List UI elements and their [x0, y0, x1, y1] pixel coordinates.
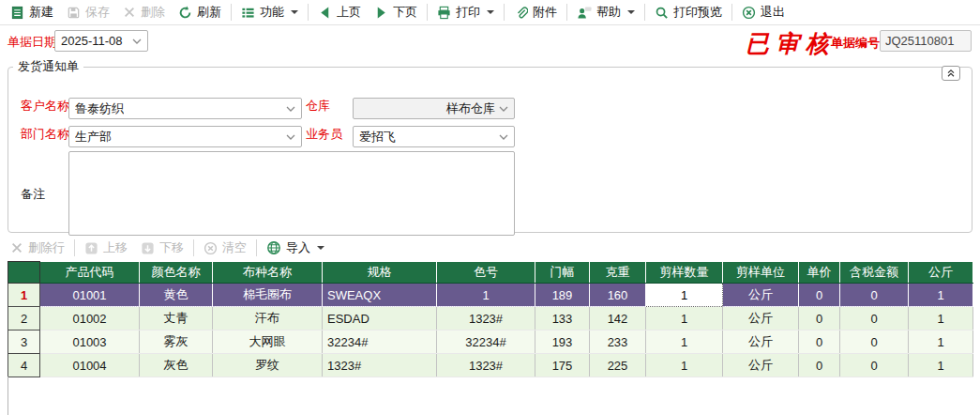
column-header[interactable]: 色号 — [437, 262, 535, 284]
next-page-button[interactable]: 下页 — [368, 2, 424, 23]
warehouse-select[interactable]: 样布仓库 — [353, 98, 515, 119]
table-cell[interactable]: 1 — [909, 284, 973, 307]
row-number-cell[interactable]: 1 — [8, 284, 40, 307]
attachment-button[interactable]: 附件 — [507, 2, 564, 23]
table-cell[interactable]: 雾灰 — [140, 330, 213, 354]
import-button[interactable]: 导入 — [260, 238, 331, 258]
column-header[interactable]: 剪样单位 — [723, 262, 799, 284]
table-cell[interactable]: 公斤 — [723, 354, 799, 377]
save-button[interactable]: 保存 — [60, 2, 116, 23]
department-select[interactable]: 生产部 — [68, 126, 302, 147]
table-cell[interactable]: 0 — [840, 284, 909, 307]
help-button[interactable]: 帮助 — [570, 2, 641, 23]
table-cell[interactable]: 0 — [799, 330, 840, 354]
table-cell[interactable]: 1 — [909, 354, 973, 377]
table-cell[interactable]: 0 — [799, 307, 840, 330]
exit-icon — [742, 6, 756, 20]
refresh-button[interactable]: 刷新 — [172, 2, 228, 23]
row-number-cell[interactable]: 3 — [8, 330, 40, 354]
table-cell[interactable]: 32234# — [437, 330, 535, 354]
table-cell[interactable]: 0 — [840, 330, 909, 354]
delete-button[interactable]: 删除 — [116, 2, 172, 23]
functions-button[interactable]: 功能 — [234, 2, 305, 23]
column-header[interactable]: 颜色名称 — [140, 262, 213, 284]
table-cell[interactable]: 142 — [590, 307, 646, 330]
remark-label: 备注 — [21, 186, 45, 203]
toolbar-separator — [644, 4, 645, 21]
table-cell[interactable]: 灰色 — [140, 354, 213, 377]
move-up-button[interactable]: 上移 — [78, 238, 134, 258]
column-header[interactable]: 门幅 — [535, 262, 590, 284]
table-cell[interactable]: 160 — [590, 284, 646, 307]
table-cell[interactable]: 1 — [646, 354, 723, 377]
table-row[interactable]: 101001黄色棉毛圈布SWEAQX11891601公斤001 — [8, 284, 973, 307]
table-cell[interactable]: 233 — [590, 330, 646, 354]
table-cell[interactable]: 大网眼 — [213, 330, 323, 354]
exit-button[interactable]: 退出 — [735, 2, 792, 23]
table-cell[interactable]: 罗纹 — [213, 354, 323, 377]
table-cell[interactable]: 黄色 — [140, 284, 213, 307]
print-button[interactable]: 打印 — [430, 2, 501, 23]
table-cell[interactable]: 公斤 — [723, 284, 799, 307]
chevron-down-icon[interactable] — [487, 10, 494, 14]
cell-editor[interactable]: 1 — [646, 284, 723, 307]
table-cell[interactable]: ESDAD — [323, 307, 437, 330]
table-cell[interactable]: 1 — [909, 330, 973, 354]
customer-select[interactable]: 鲁泰纺织 — [68, 98, 302, 119]
table-cell[interactable]: 公斤 — [723, 307, 799, 330]
row-number-cell[interactable]: 4 — [8, 354, 40, 377]
prev-page-button[interactable]: 上页 — [311, 2, 368, 23]
collapse-button[interactable] — [942, 66, 960, 81]
row-number-cell[interactable]: 2 — [8, 307, 40, 330]
column-header[interactable]: 剪样数量 — [646, 262, 723, 284]
table-cell[interactable]: 丈青 — [140, 307, 213, 330]
move-down-button[interactable]: 下移 — [134, 238, 190, 258]
functions-list-icon — [241, 6, 255, 20]
column-header[interactable]: 公斤 — [909, 262, 973, 284]
delete-row-button[interactable]: 删除行 — [4, 238, 71, 258]
corner-header[interactable] — [8, 262, 40, 284]
table-cell[interactable]: 1323# — [437, 307, 535, 330]
remark-textarea[interactable] — [68, 151, 515, 236]
table-cell[interactable]: 01003 — [40, 330, 140, 354]
column-header[interactable]: 含税金额 — [840, 262, 909, 284]
table-cell[interactable]: 175 — [535, 354, 590, 377]
salesman-select[interactable]: 爱招飞 — [353, 126, 515, 147]
table-cell[interactable]: 汗布 — [213, 307, 323, 330]
column-header[interactable]: 布种名称 — [213, 262, 323, 284]
table-cell[interactable]: 1 — [646, 307, 723, 330]
table-cell[interactable]: 1323# — [323, 354, 437, 377]
table-cell[interactable]: 0 — [840, 354, 909, 377]
table-cell[interactable]: 0 — [799, 354, 840, 377]
doc-date-select[interactable]: 2025-11-08 — [54, 30, 148, 52]
table-cell[interactable]: SWEAQX — [323, 284, 437, 307]
table-cell[interactable]: 01004 — [40, 354, 140, 377]
table-row[interactable]: 201002丈青汗布ESDAD1323#1331421公斤001 — [8, 307, 973, 330]
table-cell[interactable]: 01002 — [40, 307, 140, 330]
table-cell[interactable]: 193 — [535, 330, 590, 354]
column-header[interactable]: 规格 — [323, 262, 437, 284]
table-cell[interactable]: 133 — [535, 307, 590, 330]
table-cell[interactable]: 公斤 — [723, 330, 799, 354]
table-cell[interactable]: 225 — [590, 354, 646, 377]
table-row[interactable]: 401004灰色罗纹1323#1323#1752251公斤001 — [8, 354, 973, 377]
column-header[interactable]: 单价 — [799, 262, 840, 284]
table-cell[interactable]: 0 — [799, 284, 840, 307]
audit-status-stamp: 已审核 — [746, 28, 836, 59]
print-preview-button[interactable]: 打印预览 — [648, 2, 729, 23]
column-header[interactable]: 克重 — [590, 262, 646, 284]
table-row[interactable]: 301003雾灰大网眼32234#32234#1932331公斤001 — [8, 330, 973, 354]
table-cell[interactable]: 189 — [535, 284, 590, 307]
doc-no-field[interactable] — [880, 30, 972, 52]
column-header[interactable]: 产品代码 — [40, 262, 140, 284]
new-button[interactable]: 新建 — [4, 2, 60, 23]
table-cell[interactable]: 棉毛圈布 — [213, 284, 323, 307]
table-cell[interactable]: 1 — [909, 307, 973, 330]
table-cell[interactable]: 0 — [840, 307, 909, 330]
clear-button[interactable]: 清空 — [197, 238, 253, 258]
table-cell[interactable]: 01001 — [40, 284, 140, 307]
table-cell[interactable]: 1 — [437, 284, 535, 307]
table-cell[interactable]: 1 — [646, 330, 723, 354]
table-cell[interactable]: 32234# — [323, 330, 437, 354]
table-cell[interactable]: 1323# — [437, 354, 535, 377]
